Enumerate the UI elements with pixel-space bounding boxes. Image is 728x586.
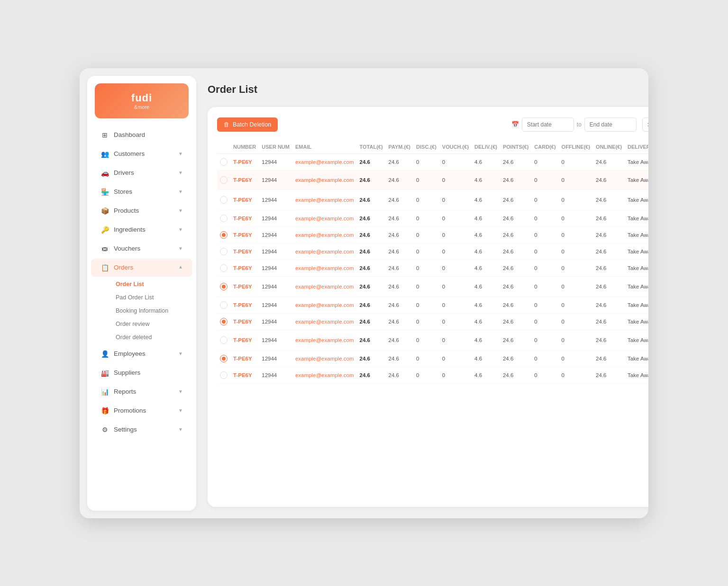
- sidebar-item-products[interactable]: 📦 Products ▼: [91, 202, 192, 220]
- row-email[interactable]: example@example.com: [292, 297, 357, 313]
- row-offline: 0: [559, 276, 593, 297]
- submenu-item-pad-order-list[interactable]: Pad Order List: [110, 291, 196, 304]
- row-order-id[interactable]: T-PE6Y: [230, 330, 259, 350]
- row-deliv: 4.6: [472, 260, 500, 276]
- row-payment-amt: 24.6: [386, 330, 413, 350]
- row-order-id[interactable]: T-PE6Y: [230, 313, 259, 330]
- row-email[interactable]: example@example.com: [292, 350, 357, 367]
- row-offline: 0: [559, 226, 593, 243]
- row-order-id[interactable]: T-PE6Y: [230, 243, 259, 260]
- sidebar-item-label: Vouchers: [114, 245, 140, 252]
- row-select[interactable]: [217, 297, 230, 313]
- row-email[interactable]: example@example.com: [292, 260, 357, 276]
- row-offline: 0: [559, 210, 593, 226]
- start-date-input[interactable]: [522, 117, 574, 132]
- row-email[interactable]: example@example.com: [292, 243, 357, 260]
- sidebar-item-vouchers[interactable]: 🎟 Vouchers ▼: [91, 240, 192, 258]
- sidebar-item-customers[interactable]: 👥 Customers ▼: [91, 145, 192, 163]
- sidebar-item-dashboard[interactable]: ⊞ Dashboard: [91, 126, 192, 144]
- row-delivery: Take Away: [625, 243, 648, 260]
- row-select[interactable]: [217, 189, 230, 210]
- sidebar-item-stores[interactable]: 🏪 Stores ▼: [91, 183, 192, 201]
- row-select[interactable]: [217, 313, 230, 330]
- row-order-id[interactable]: T-PE6Y: [230, 189, 259, 210]
- sidebar-item-promotions[interactable]: 🎁 Promotions ▼: [91, 402, 192, 420]
- sidebar-item-employees[interactable]: 👤 Employees ▼: [91, 345, 192, 363]
- row-select[interactable]: [217, 330, 230, 350]
- submenu-item-order-review[interactable]: Order review: [110, 317, 196, 331]
- col-total: TOTAL(€): [356, 140, 385, 154]
- pagination: 1 2 3 ›: [217, 478, 648, 497]
- row-total: 24.6: [356, 226, 385, 243]
- row-order-id[interactable]: T-PE6Y: [230, 210, 259, 226]
- sidebar-item-ingredients[interactable]: 🔑 Ingredients ▼: [91, 221, 192, 239]
- stores-icon: 🏪: [100, 188, 109, 196]
- col-deliv: DELIV.(€): [472, 140, 500, 154]
- row-select[interactable]: [217, 170, 230, 189]
- table-row: T-PE6Y 12944 example@example.com 24.6 24…: [217, 189, 648, 210]
- page-header: Order List 👩: [208, 80, 648, 99]
- row-select[interactable]: [217, 210, 230, 226]
- row-select[interactable]: [217, 153, 230, 170]
- submenu-item-order-deleted[interactable]: Order deleted: [110, 331, 196, 344]
- row-email[interactable]: example@example.com: [292, 226, 357, 243]
- row-select[interactable]: [217, 367, 230, 383]
- row-payment-amt: 24.6: [386, 260, 413, 276]
- row-select[interactable]: [217, 226, 230, 243]
- row-online: 24.6: [593, 153, 625, 170]
- row-user-num: 12944: [259, 350, 292, 367]
- sidebar-item-label: Ingredients: [114, 226, 146, 233]
- row-email[interactable]: example@example.com: [292, 170, 357, 189]
- row-select[interactable]: [217, 276, 230, 297]
- row-select[interactable]: [217, 350, 230, 367]
- row-vouch: 0: [439, 313, 472, 330]
- table-row: T-PE6Y 12944 example@example.com 24.6 24…: [217, 297, 648, 313]
- row-order-id[interactable]: T-PE6Y: [230, 153, 259, 170]
- submenu-item-order-list[interactable]: Order List: [110, 278, 196, 291]
- row-points: 24.6: [500, 367, 531, 383]
- row-order-id[interactable]: T-PE6Y: [230, 297, 259, 313]
- row-email[interactable]: example@example.com: [292, 276, 357, 297]
- sidebar-item-reports[interactable]: 📊 Reports ▼: [91, 383, 192, 401]
- content-card: 🗑 Batch Deletion 📅 to ⧖ Order Number ▼ �: [208, 107, 648, 507]
- end-date-input[interactable]: [584, 117, 637, 132]
- col-email: EMAIL: [292, 140, 357, 154]
- table-row: T-PE6Y 12944 example@example.com 24.6 24…: [217, 350, 648, 367]
- row-points: 24.6: [500, 276, 531, 297]
- drivers-icon: 🚗: [100, 169, 109, 177]
- row-card: 0: [531, 330, 558, 350]
- row-order-id[interactable]: T-PE6Y: [230, 226, 259, 243]
- row-payment-amt: 24.6: [386, 276, 413, 297]
- row-total: 24.6: [356, 330, 385, 350]
- row-order-id[interactable]: T-PE6Y: [230, 350, 259, 367]
- row-email[interactable]: example@example.com: [292, 189, 357, 210]
- sidebar-item-settings[interactable]: ⚙ Settings ▼: [91, 421, 192, 439]
- row-email[interactable]: example@example.com: [292, 153, 357, 170]
- table-row: T-PE6Y 12944 example@example.com 24.6 24…: [217, 243, 648, 260]
- filter-dropdown[interactable]: ⧖ Order Number ▼: [642, 117, 648, 132]
- row-select[interactable]: [217, 260, 230, 276]
- row-offline: 0: [559, 313, 593, 330]
- sidebar-item-suppliers[interactable]: 🏭 Suppliers: [91, 364, 192, 382]
- row-offline: 0: [559, 170, 593, 189]
- row-email[interactable]: example@example.com: [292, 330, 357, 350]
- batch-delete-button[interactable]: 🗑 Batch Deletion: [217, 117, 278, 132]
- row-total: 24.6: [356, 153, 385, 170]
- row-user-num: 12944: [259, 226, 292, 243]
- row-payment-amt: 24.6: [386, 350, 413, 367]
- row-order-id[interactable]: T-PE6Y: [230, 367, 259, 383]
- row-email[interactable]: example@example.com: [292, 367, 357, 383]
- row-online: 24.6: [593, 313, 625, 330]
- row-order-id[interactable]: T-PE6Y: [230, 276, 259, 297]
- row-select[interactable]: [217, 243, 230, 260]
- row-disc: 0: [413, 313, 439, 330]
- sidebar-item-drivers[interactable]: 🚗 Drivers ▼: [91, 164, 192, 182]
- submenu-item-booking-info[interactable]: Booking Information: [110, 304, 196, 317]
- row-deliv: 4.6: [472, 297, 500, 313]
- row-order-id[interactable]: T-PE6Y: [230, 260, 259, 276]
- sidebar-item-orders[interactable]: 📋 Orders ▼: [91, 259, 192, 277]
- row-email[interactable]: example@example.com: [292, 210, 357, 226]
- row-order-id[interactable]: T-PE6Y: [230, 170, 259, 189]
- row-email[interactable]: example@example.com: [292, 313, 357, 330]
- chevron-down-icon: ▼: [178, 427, 183, 432]
